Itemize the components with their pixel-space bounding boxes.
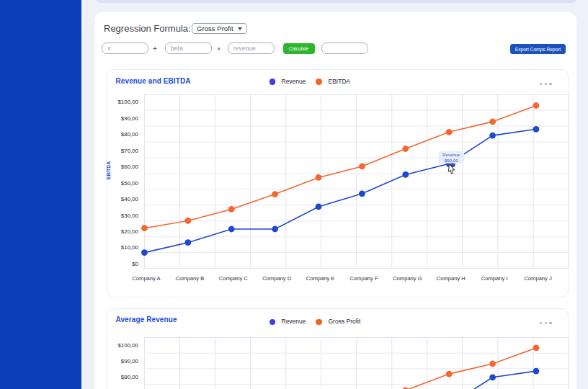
svg-text:$100,00: $100,00 [117,99,138,105]
svg-text:Company J: Company J [524,275,552,282]
svg-text:Revenue: Revenue [442,152,460,157]
svg-text:$30,00: $30,00 [121,213,139,219]
svg-text:Company H: Company H [437,275,466,282]
svg-text:$90,00: $90,00 [121,115,139,122]
svg-text:$80,00: $80,00 [121,373,139,380]
svg-text:$10,00: $10,00 [121,244,139,251]
svg-text:$70,00: $70,00 [121,148,139,154]
svg-text:Company F: Company F [349,275,378,282]
svg-text:Company A: Company A [132,275,161,282]
svg-text:$20,00: $20,00 [121,228,139,235]
svg-text:$60,00: $60,00 [445,158,458,163]
svg-text:Company E: Company E [306,275,335,282]
svg-text:$100,00: $100,00 [117,341,138,348]
svg-text:$50,00: $50,00 [121,180,139,187]
svg-text:$80,00: $80,00 [121,131,139,138]
svg-text:$40,00: $40,00 [121,196,139,202]
svg-text:Company B: Company B [176,275,205,282]
svg-text:Company I: Company I [481,275,508,282]
svg-text:$90,00: $90,00 [121,357,139,364]
svg-text:$0: $0 [132,261,138,267]
svg-text:$60,00: $60,00 [121,164,139,170]
svg-text:Company C: Company C [219,275,249,282]
svg-text:Company D: Company D [262,275,292,282]
svg-text:Company G: Company G [393,275,422,282]
